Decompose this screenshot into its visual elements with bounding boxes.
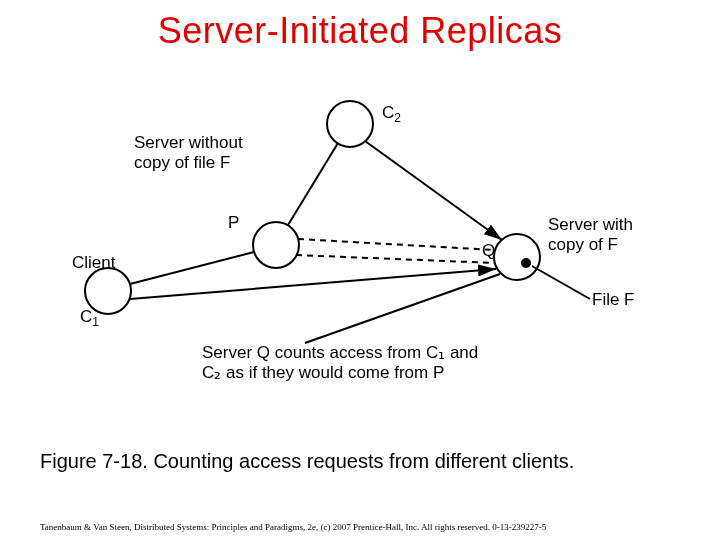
edge-c2-q [365,141,502,240]
file-f-pointer [532,266,590,299]
node-c2 [327,101,373,147]
copyright-footer: Tanenbaum & Van Steen, Distributed Syste… [40,522,680,532]
node-p [253,222,299,268]
label-c1: C1 [80,307,99,330]
label-server-with: Server with copy of F [548,215,633,254]
edge-p-q-lower [296,255,495,263]
edge-c2-p [288,143,338,225]
edge-p-q-upper [298,239,495,250]
figure-caption: Figure 7-18. Counting access requests fr… [40,450,680,473]
label-file-f: File F [592,290,635,310]
file-f-dot [521,258,531,268]
label-count-note: Server Q counts access from C₁ and C₂ as… [202,343,478,382]
node-q [494,234,540,280]
label-c2: C2 [382,103,401,126]
diagram: C2 Server without copy of file F P Clien… [60,85,660,415]
page-title: Server-Initiated Replicas [0,10,720,52]
edge-c1-p [130,252,254,284]
label-client: Client [72,253,115,273]
label-server-without: Server without copy of file F [134,133,243,172]
label-q: Q [482,241,495,261]
label-p: P [228,213,239,233]
note-pointer [305,274,500,343]
